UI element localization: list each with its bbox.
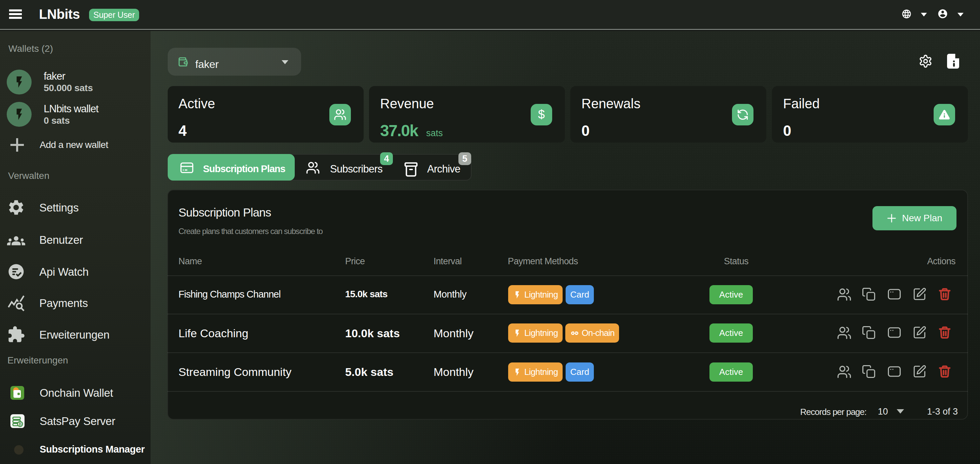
svg-text:₿: ₿ [19, 422, 22, 426]
